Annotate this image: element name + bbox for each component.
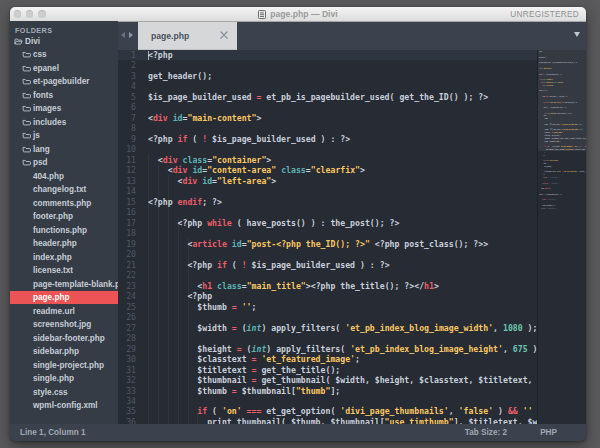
code-line-17[interactable]: <?php while ( have_posts() ) : the_post(… [148,218,537,228]
sidebar-item-images[interactable]: images [10,102,118,116]
sidebar-item-et-pagebuilder[interactable]: et-pagebuilder [10,75,118,89]
code-line-5[interactable]: $is_page_builder_used = et_pb_is_pagebui… [148,92,537,102]
code-line-23[interactable]: <h1 class="main_title"><?php the_title()… [148,281,537,291]
tab-scroll-left-icon[interactable] [121,32,125,38]
sidebar-item-single-project-php[interactable]: single-project.php [10,358,118,372]
line-number-20[interactable]: 20 [118,249,136,259]
line-number-10[interactable]: 10 [118,144,136,154]
code-line-33[interactable]: $thumb = $thumbnail["thumb"]; [148,386,537,396]
line-number-32[interactable]: 32 [118,375,136,385]
code-line-10[interactable] [148,144,537,154]
sidebar-item-lang[interactable]: lang [10,142,118,156]
line-number-18[interactable]: 18 [118,228,136,238]
line-number-11[interactable]: 11 [118,155,136,165]
sidebar-item-footer-php[interactable]: footer.php [10,210,118,224]
line-number-6[interactable]: 6 [118,102,136,112]
sidebar-item-divi[interactable]: Divi [10,34,118,48]
line-number-15[interactable]: 15 [118,197,136,207]
line-number-28[interactable]: 28 [118,333,136,343]
line-number-4[interactable]: 4 [118,81,136,91]
sidebar-item-fonts[interactable]: fonts [10,88,118,102]
sidebar-item-functions-php[interactable]: functions.php [10,223,118,237]
code-line-27[interactable]: $width = (int) apply_filters( 'et_pb_ind… [148,323,537,333]
line-number-19[interactable]: 19 [118,239,136,249]
line-number-8[interactable]: 8 [118,123,136,133]
line-number-30[interactable]: 30 [118,354,136,364]
code-line-16[interactable] [148,207,537,217]
line-number-gutter[interactable]: 1234567891011121314151617181920212223242… [118,50,146,427]
sidebar-item-js[interactable]: js [10,129,118,143]
line-number-21[interactable]: 21 [118,260,136,270]
sidebar-item-page-php[interactable]: page.php [10,291,118,305]
code-line-30[interactable]: $classtext = 'et_featured_image'; [148,354,537,364]
code-line-35[interactable]: if ( 'on' === et_get_option( 'divi_page_… [148,406,537,416]
line-number-9[interactable]: 9 [118,134,136,144]
sidebar-item-header-php[interactable]: header.php [10,237,118,251]
line-number-13[interactable]: 13 [118,176,136,186]
code-line-34[interactable] [148,396,537,406]
code-line-3[interactable]: get_header(); [148,71,537,81]
code-line-21[interactable]: <?php if ( ! $is_page_builder_used ) : ?… [148,260,537,270]
code-line-29[interactable]: $height = (int) apply_filters( 'et_pb_in… [148,344,537,354]
sidebar-item-psd[interactable]: psd [10,156,118,170]
line-number-34[interactable]: 34 [118,396,136,406]
sidebar-item-index-php[interactable]: index.php [10,250,118,264]
sidebar-item-includes[interactable]: includes [10,115,118,129]
code-line-25[interactable]: $thumb = ''; [148,302,537,312]
sidebar-item-sidebar-php[interactable]: sidebar.php [10,345,118,359]
line-number-31[interactable]: 31 [118,365,136,375]
sidebar-item-single-php[interactable]: single.php [10,372,118,386]
code-line-15[interactable]: <?php endif; ?> [148,197,537,207]
minimap[interactable]: <?phpget_header();$is_page_builder_used … [537,50,586,431]
code-line-7[interactable]: <div id="main-content"> [148,113,537,123]
line-number-16[interactable]: 16 [118,207,136,217]
line-number-22[interactable]: 22 [118,270,136,280]
code-line-14[interactable] [148,186,537,196]
code-area[interactable]: <?phpget_header();$is_page_builder_used … [148,50,537,427]
sidebar-item-404-php[interactable]: 404.php [10,169,118,183]
code-line-20[interactable] [148,249,537,259]
code-line-12[interactable]: <div id="content-area" class="clearfix"> [148,165,537,175]
code-line-1[interactable]: <?php [148,50,537,60]
code-line-19[interactable]: <article id="post-<?php the_ID(); ?>" <?… [148,239,537,249]
sidebar-item-changelog-txt[interactable]: changelog.txt [10,183,118,197]
sidebar-item-epanel[interactable]: epanel [10,61,118,75]
sidebar-item-css[interactable]: css [10,48,118,62]
sidebar-item-comments-php[interactable]: comments.php [10,196,118,210]
code-line-18[interactable] [148,228,537,238]
title-bar[interactable]: page.php — Divi UNREGISTERED [10,7,586,22]
code-line-26[interactable] [148,312,537,322]
code-line-28[interactable] [148,333,537,343]
tab-page-php[interactable]: page.php [138,22,237,50]
line-number-14[interactable]: 14 [118,186,136,196]
sidebar-item-license-txt[interactable]: license.txt [10,264,118,278]
sidebar-item-screenshot-jpg[interactable]: screenshot.jpg [10,318,118,332]
line-number-26[interactable]: 26 [118,312,136,322]
line-number-23[interactable]: 23 [118,281,136,291]
line-number-24[interactable]: 24 [118,291,136,301]
sidebar-item-sidebar-footer-php[interactable]: sidebar-footer.php [10,331,118,345]
tab-scroll-right-icon[interactable] [129,32,133,38]
code-line-8[interactable] [148,123,537,133]
line-number-5[interactable]: 5 [118,92,136,102]
sidebar-item-readme-url[interactable]: readme.url [10,304,118,318]
syntax-label[interactable]: PHP [540,428,557,437]
line-number-12[interactable]: 12 [118,165,136,175]
line-number-29[interactable]: 29 [118,344,136,354]
code-line-32[interactable]: $thumbnail = get_thumbnail( $width, $hei… [148,375,537,385]
code-line-11[interactable]: <div class="container"> [148,155,537,165]
sidebar-item-page-template-blank-php[interactable]: page-template-blank.php [10,277,118,291]
line-number-35[interactable]: 35 [118,406,136,416]
sidebar-item-style-css[interactable]: style.css [10,385,118,399]
code-line-13[interactable]: <div id="left-area"> [148,176,537,186]
code-line-4[interactable] [148,81,537,91]
code-line-2[interactable] [148,60,537,70]
code-line-22[interactable] [148,270,537,280]
code-line-9[interactable]: <?php if ( ! $is_page_builder_used ) : ?… [148,134,537,144]
code-line-31[interactable]: $titletext = get_the_title(); [148,365,537,375]
tab-size-label[interactable]: Tab Size: 2 [465,428,507,437]
line-number-33[interactable]: 33 [118,386,136,396]
code-line-24[interactable]: <?php [148,291,537,301]
line-number-17[interactable]: 17 [118,218,136,228]
line-number-3[interactable]: 3 [118,71,136,81]
